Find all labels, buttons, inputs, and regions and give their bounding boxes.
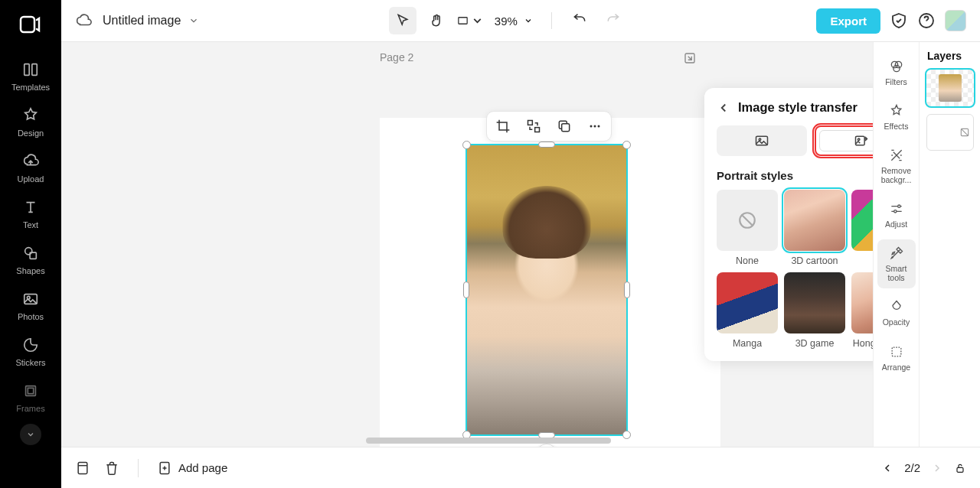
bottombar-right: 2/2 <box>881 461 966 474</box>
style-manga[interactable]: Manga <box>717 272 778 349</box>
svg-rect-20 <box>856 136 865 145</box>
rail-label: Photos <box>18 312 44 321</box>
rail-design[interactable]: Design <box>4 99 57 145</box>
next-page-icon[interactable] <box>931 462 943 474</box>
svg-point-16 <box>594 125 596 128</box>
style-transfer-panel: Image style transfer Portrait styles Non… <box>704 88 873 361</box>
redo-button[interactable] <box>599 7 627 34</box>
style-3d-cartoon[interactable]: 3D cartoon <box>784 190 845 266</box>
canvas-area[interactable]: Page 2 <box>61 42 873 447</box>
rail-label: Text <box>23 220 38 229</box>
bottombar: Add page 2/2 <box>61 447 980 488</box>
delete-icon[interactable] <box>104 460 119 476</box>
tab-portrait-styles[interactable] <box>815 125 873 156</box>
svg-rect-30 <box>78 462 87 473</box>
lock-icon[interactable] <box>954 462 966 474</box>
layers-title: Layers <box>927 50 962 62</box>
add-page-button[interactable]: Add page <box>157 460 227 476</box>
cursor-tool[interactable] <box>389 7 416 34</box>
right-rail: Filters Effects Remove backgr... Adjust … <box>873 42 919 447</box>
divider <box>138 459 139 477</box>
style-label: 3D game <box>795 338 835 349</box>
rail-expand[interactable] <box>20 424 41 445</box>
layer-thumb-1[interactable] <box>926 70 974 106</box>
selected-image[interactable] <box>466 144 628 436</box>
rail-label: Stickers <box>15 358 45 367</box>
svg-rect-9 <box>459 18 467 24</box>
doc-title[interactable]: Untitled image <box>103 14 199 28</box>
layers-panel: Layers <box>919 42 980 447</box>
doc-title-text: Untitled image <box>103 14 181 28</box>
help-icon[interactable] <box>917 11 936 30</box>
resize-handle-l[interactable] <box>463 281 469 298</box>
rail-text[interactable]: Text <box>4 191 57 237</box>
resize-handle-br[interactable] <box>622 431 631 439</box>
svg-rect-1 <box>24 64 29 76</box>
page-expand-icon[interactable] <box>683 51 697 68</box>
layer-thumb-2[interactable] <box>926 114 974 151</box>
rr-opacity[interactable]: Opacity <box>877 293 916 333</box>
style-label: 3D cartoon <box>791 255 838 266</box>
resize-handle-r[interactable] <box>624 281 630 298</box>
rail-label: Upload <box>18 174 44 184</box>
topbar-right: Export <box>816 8 966 34</box>
rr-smart-tools[interactable]: Smart tools <box>877 239 916 288</box>
style-pop[interactable]: Pop <box>851 190 873 266</box>
horizontal-scrollbar[interactable] <box>366 438 611 444</box>
hand-tool[interactable] <box>423 7 450 34</box>
svg-point-3 <box>25 248 32 255</box>
style-grid: None 3D cartoon Pop Manga 3D game Hong K… <box>717 190 873 349</box>
shield-icon[interactable] <box>890 11 908 30</box>
rr-label: Arrange <box>882 363 910 372</box>
style-3d-game[interactable]: 3D game <box>784 272 845 349</box>
selection-toolbar <box>486 111 612 142</box>
style-label: None <box>736 255 759 266</box>
rail-label: Shapes <box>16 266 44 275</box>
zoom-level[interactable]: 39% <box>495 15 533 28</box>
rail-stickers[interactable]: Stickers <box>4 329 57 375</box>
rr-effects[interactable]: Effects <box>877 97 916 137</box>
svg-rect-12 <box>528 121 533 125</box>
resize-handle-tr[interactable] <box>622 141 631 149</box>
rail-photos[interactable]: Photos <box>4 283 57 329</box>
copy-icon[interactable] <box>554 116 574 136</box>
style-hong-kong[interactable]: Hong Kong ... <box>851 272 873 349</box>
left-rail: Templates Design Upload Text Shapes Phot… <box>0 0 61 488</box>
rr-label: Opacity <box>883 317 910 327</box>
cloud-icon[interactable] <box>75 12 92 29</box>
rail-frames[interactable]: Frames <box>4 375 57 421</box>
rr-remove-bg[interactable]: Remove backgr... <box>877 142 916 190</box>
rr-arrange[interactable]: Arrange <box>877 338 916 378</box>
style-none[interactable]: None <box>717 190 778 266</box>
prev-page-icon[interactable] <box>881 462 893 474</box>
color-chip[interactable] <box>945 10 966 31</box>
back-icon[interactable] <box>717 101 730 115</box>
resize-handle-tl[interactable] <box>462 141 471 149</box>
rail-templates[interactable]: Templates <box>4 54 57 99</box>
app-logo[interactable] <box>17 11 44 38</box>
export-button[interactable]: Export <box>816 8 880 34</box>
chevron-down-icon <box>524 16 533 25</box>
bottombar-left: Add page <box>75 459 227 477</box>
topbar-center: 39% <box>199 7 816 34</box>
undo-button[interactable] <box>566 7 593 34</box>
rail-upload[interactable]: Upload <box>4 145 57 191</box>
rr-filters[interactable]: Filters <box>877 53 916 93</box>
style-label: Hong Kong ... <box>853 338 873 349</box>
zoom-text: 39% <box>495 15 518 28</box>
resize-handle-t[interactable] <box>538 142 555 148</box>
frame-tool[interactable] <box>456 7 484 34</box>
tab-scene-styles[interactable] <box>717 125 807 156</box>
rr-label: Remove backgr... <box>877 166 916 184</box>
chevron-down-icon <box>188 15 199 26</box>
svg-point-15 <box>590 125 593 128</box>
more-icon[interactable] <box>585 116 605 136</box>
crop-icon[interactable] <box>493 116 513 136</box>
replace-icon[interactable] <box>524 116 544 136</box>
rr-adjust[interactable]: Adjust <box>877 195 916 235</box>
workspace: Page 2 <box>61 42 980 447</box>
svg-rect-28 <box>892 347 901 356</box>
panel-title: Image style transfer <box>738 100 873 115</box>
rail-shapes[interactable]: Shapes <box>4 237 57 283</box>
pages-icon[interactable] <box>75 460 90 476</box>
